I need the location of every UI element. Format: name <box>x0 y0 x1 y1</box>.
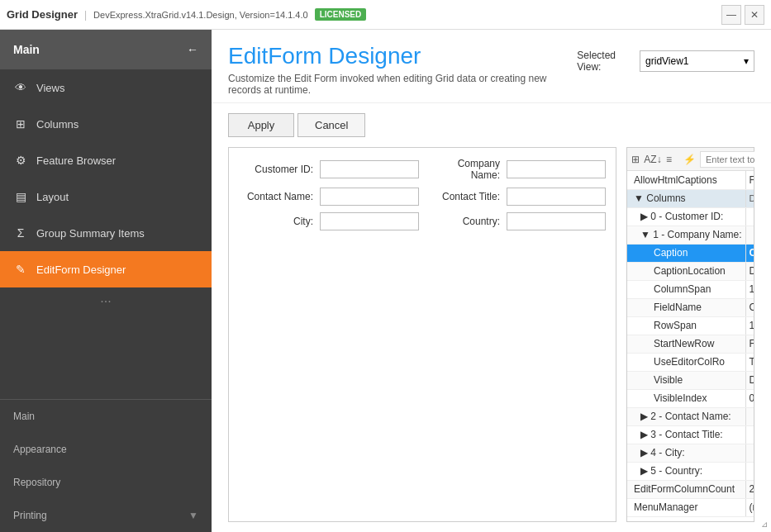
sidebar-item-layout[interactable]: ▤ Layout <box>0 178 212 215</box>
table-row[interactable]: FieldNameCompanyName <box>627 298 754 316</box>
views-icon: 👁 <box>13 81 28 94</box>
sidebar-item-feature-label: Feature Browser <box>36 154 116 167</box>
edit-area: Customer ID: Company Name: Contact Name:… <box>228 147 754 522</box>
sidebar-back-arrow[interactable]: ← <box>187 43 198 56</box>
customer-id-input[interactable] <box>320 160 419 178</box>
sidebar-item-feature-browser[interactable]: ⚙ Feature Browser <box>0 142 212 178</box>
country-input[interactable] <box>507 212 606 230</box>
properties-table: AllowHtmlCaptionsFalse▼ ColumnsDevExpres… <box>627 171 754 517</box>
prop-alpha-btn[interactable]: AZ↓ <box>644 150 662 169</box>
table-row[interactable]: UseEditorColRoTrue <box>627 353 754 371</box>
content-body: Apply Cancel Customer ID: Company Name: … <box>212 103 771 532</box>
table-row[interactable]: RowSpan1 <box>627 316 754 335</box>
contact-title-input[interactable] <box>507 188 606 206</box>
table-row[interactable]: ▶ 4 - City: <box>627 444 754 462</box>
group-summary-icon: Σ <box>13 226 28 240</box>
table-row[interactable]: ▼ ColumnsDevExpress.XtraGrid.Ec <box>627 189 754 207</box>
content-area: EditForm Designer Customize the Edit For… <box>212 30 771 532</box>
selected-view-label: Selected View: <box>577 50 633 73</box>
sidebar-nav: 👁 Views ⊞ Columns ⚙ Feature Browser ▤ La… <box>0 69 212 399</box>
form-row-contact: Contact Name: Contact Title: <box>239 188 606 206</box>
table-row[interactable]: VisibleIndex0 <box>627 389 754 407</box>
company-name-label: Company Name: <box>426 158 500 181</box>
page-subtitle: Customize the Edit Form invoked when edi… <box>228 73 577 96</box>
sidebar-item-views[interactable]: 👁 Views <box>0 69 212 106</box>
page-title: EditForm Designer <box>228 43 577 69</box>
country-label: Country: <box>426 216 500 227</box>
footer-arrow: ▼ <box>188 510 198 521</box>
selected-view-value: gridView1 <box>645 55 688 67</box>
minimize-button[interactable]: — <box>721 5 741 25</box>
license-badge: LICENSED <box>315 8 367 21</box>
table-row[interactable]: ▶ 0 - Customer ID: <box>627 207 754 226</box>
customer-id-label: Customer ID: <box>239 164 313 175</box>
content-header: EditForm Designer Customize the Edit For… <box>212 30 771 103</box>
footer-appearance[interactable]: Appearance <box>0 433 212 466</box>
footer-appearance-label: Appearance <box>13 444 67 455</box>
prop-table: AllowHtmlCaptionsFalse▼ ColumnsDevExpres… <box>627 171 754 521</box>
main-layout: Main ← 👁 Views ⊞ Columns ⚙ Feature Brows… <box>0 30 771 532</box>
app-name: Grid Designer <box>7 8 78 21</box>
prop-category-btn[interactable]: ≡ <box>665 150 673 169</box>
title-sep: | <box>84 9 87 21</box>
sidebar-header: Main ← <box>0 30 212 69</box>
company-name-input[interactable] <box>507 160 606 178</box>
sidebar-item-editform-label: EditForm Designer <box>36 264 126 276</box>
selected-view-area: Selected View: gridView1 ▾ <box>577 50 754 73</box>
close-button[interactable]: ✕ <box>745 5 764 25</box>
sidebar-footer: Main Appearance Repository Printing ▼ <box>0 399 212 532</box>
city-label: City: <box>239 216 313 227</box>
layout-icon: ▤ <box>13 190 28 203</box>
sidebar-item-views-label: Views <box>36 82 64 94</box>
table-row[interactable]: StartNewRowFalse <box>627 335 754 353</box>
footer-printing-label: Printing <box>13 510 47 521</box>
content-header-left: EditForm Designer Customize the Edit For… <box>228 43 577 96</box>
table-row[interactable]: ▶ 5 - Country: <box>627 462 754 480</box>
sidebar-item-group-label: Group Summary Items <box>36 227 145 240</box>
columns-icon: ⊞ <box>13 117 28 131</box>
sidebar-more: ... <box>0 287 212 309</box>
table-row[interactable]: AllowHtmlCaptionsFalse <box>627 171 754 189</box>
prop-sort-btn[interactable]: ⊞ <box>631 150 640 169</box>
table-row[interactable]: CaptionLocationDefault <box>627 262 754 280</box>
contact-name-label: Contact Name: <box>239 191 313 202</box>
sidebar-item-columns[interactable]: ⊞ Columns <box>0 106 212 142</box>
sidebar: Main ← 👁 Views ⊞ Columns ⚙ Feature Brows… <box>0 30 212 532</box>
cancel-button[interactable]: Cancel <box>297 113 365 137</box>
edit-form-panel: Customer ID: Company Name: Contact Name:… <box>228 147 616 522</box>
table-row[interactable]: ▶ 2 - Contact Name: <box>627 407 754 425</box>
prop-search-input[interactable] <box>700 151 754 168</box>
title-bar: Grid Designer | DevExpress.XtraGrid.v14.… <box>0 0 771 30</box>
table-row[interactable]: CaptionCompany Name: <box>627 244 754 262</box>
footer-main-label: Main <box>13 411 35 422</box>
sidebar-item-layout-label: Layout <box>36 191 69 203</box>
footer-repository[interactable]: Repository <box>0 466 212 499</box>
sidebar-item-group-summary[interactable]: Σ Group Summary Items <box>0 215 212 251</box>
feature-browser-icon: ⚙ <box>13 154 28 167</box>
action-toolbar: Apply Cancel <box>228 113 754 137</box>
table-row[interactable]: ColumnSpan1 <box>627 280 754 298</box>
prop-grid-toolbar: ⊞ AZ↓ ≡ ⚡ <box>627 148 754 171</box>
table-row[interactable]: VisibleDefault <box>627 371 754 389</box>
title-info: DevExpress.XtraGrid.v14.1.Design, Versio… <box>93 10 308 20</box>
table-row[interactable]: ▶ 3 - Contact Title: <box>627 425 754 444</box>
table-row[interactable]: MenuManager(none) <box>627 498 754 516</box>
property-grid: ⊞ AZ↓ ≡ ⚡ AllowHtmlCaptionsFalse▼ Column… <box>626 147 754 522</box>
apply-button[interactable]: Apply <box>228 113 294 137</box>
table-row[interactable]: ▼ 1 - Company Name: <box>627 226 754 244</box>
table-row[interactable]: EditFormColumnCount2 <box>627 480 754 498</box>
footer-main[interactable]: Main <box>0 400 212 433</box>
window-controls: — ✕ <box>721 5 764 25</box>
sidebar-item-editform[interactable]: ✎ EditForm Designer <box>0 251 212 287</box>
footer-printing[interactable]: Printing ▼ <box>0 499 212 532</box>
resize-handle: ⊿ <box>761 520 768 529</box>
dropdown-arrow-icon: ▾ <box>744 55 749 67</box>
contact-name-input[interactable] <box>320 188 419 206</box>
sidebar-title: Main <box>13 43 40 56</box>
city-input[interactable] <box>320 212 419 230</box>
selected-view-dropdown[interactable]: gridView1 ▾ <box>640 50 754 72</box>
contact-title-label: Contact Title: <box>426 191 500 202</box>
footer-repository-label: Repository <box>13 477 60 488</box>
editform-icon: ✎ <box>13 263 28 276</box>
prop-event-btn[interactable]: ⚡ <box>683 150 697 169</box>
